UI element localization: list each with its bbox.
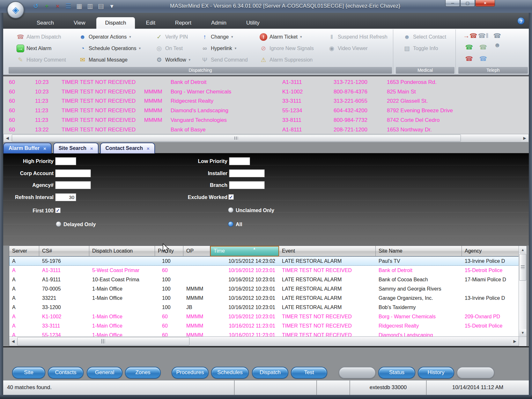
ribbon-button-manual-message[interactable]: ✉Manual Message	[76, 55, 130, 65]
column-header-server[interactable]: Server	[9, 246, 39, 256]
ignore-new-signals-icon: ⊘	[260, 45, 267, 52]
exclude-worked-checkbox[interactable]: ✓	[228, 194, 234, 200]
tab-site-search[interactable]: Site Search×	[53, 143, 99, 153]
scroll-left-icon[interactable]: ◀	[10, 337, 17, 345]
high-priority-input[interactable]	[55, 157, 76, 165]
history-button[interactable]: History	[418, 367, 454, 379]
column-header-label: Server	[12, 248, 27, 254]
delayed-only-radio[interactable]	[56, 221, 61, 227]
procedures-button[interactable]: Procedures	[172, 367, 209, 379]
ribbon-button-alarm-ticket[interactable]: !Alarm Ticket▾	[257, 32, 305, 42]
column-header-dispatch-location[interactable]: Dispatch Location	[89, 246, 155, 256]
hangup-call-icon[interactable]: ☎	[463, 54, 475, 63]
tab-alarm-buffer[interactable]: Alarm Buffer×	[3, 143, 52, 153]
installer-input[interactable]	[229, 169, 265, 177]
ribbon-button-workflow[interactable]: ⚙Workflow▾	[153, 55, 193, 65]
conference-call-icon[interactable]: ☎☻	[491, 31, 503, 41]
agency-number-input[interactable]	[55, 181, 91, 189]
close-icon[interactable]: ×	[90, 146, 93, 151]
grid-row[interactable]: A33-31111-Main Office60MMMM10/16/2012 11…	[9, 321, 519, 330]
ribbon-button-schedule-operations[interactable]: ◔Schedule Operations▾	[76, 43, 143, 53]
tab-contact-search[interactable]: Contact Search×	[100, 143, 155, 153]
scroll-right-icon[interactable]: ▶	[511, 337, 518, 345]
column-header-site-name[interactable]: Site Name	[376, 246, 462, 256]
alarm-buffer-row[interactable]: 6011:23TIMER TEST NOT RECEIVEDMMMMDiamon…	[3, 106, 529, 115]
minimize-button[interactable]: ─	[445, 0, 460, 7]
grid-row[interactable]: A332211-Main Office100MMMM10/16/2012 10:…	[9, 293, 519, 303]
scrollbar-thumb[interactable]	[17, 337, 189, 345]
contacts-button[interactable]: Contacts	[48, 367, 84, 379]
split-view-icon[interactable]: ▥	[86, 2, 94, 11]
grid-row[interactable]: A33-1200100JB10/16/2012 10:23:01LATE RES…	[9, 303, 519, 312]
close-button[interactable]: ×	[475, 0, 495, 7]
close-icon[interactable]: ×	[147, 146, 150, 151]
scrollbar-thumb[interactable]	[12, 135, 461, 142]
scrollbar-thumb[interactable]	[519, 254, 526, 281]
grid-row[interactable]: AA1-31115-West Coast Primar6010/16/2012 …	[9, 266, 519, 275]
menu-tab-edit[interactable]: Edit	[137, 17, 164, 29]
help-icon[interactable]: ?	[517, 17, 525, 25]
close-icon[interactable]: ×	[43, 146, 46, 151]
corp-account-input[interactable]	[55, 169, 91, 177]
delete-icon[interactable]: ×	[54, 2, 62, 11]
column-header-time[interactable]: Time▲	[210, 246, 279, 256]
scroll-right-icon[interactable]: ▶	[521, 135, 528, 142]
unclaimed-only-radio[interactable]	[228, 207, 233, 213]
dispatch-button[interactable]: Dispatch	[252, 367, 288, 379]
scroll-down-icon[interactable]: ▼	[519, 329, 526, 336]
maximize-restore-button[interactable]: ▢	[460, 0, 475, 7]
test-button[interactable]: Test	[291, 367, 327, 379]
alarm-buffer-row[interactable]: 6013:22TIMER TEST NOT RECEIVEDBank of Ba…	[3, 125, 529, 134]
call-contact-icon[interactable]: ☎	[477, 43, 489, 52]
alarm-buffer-row[interactable]: 6011:23TIMER TEST NOT RECEIVEDMMMMRidgec…	[3, 96, 529, 106]
column-header-agency[interactable]: Agency	[462, 246, 519, 256]
scroll-up-icon[interactable]: ▲	[519, 246, 526, 253]
alarm-buffer-row[interactable]: 6011:23TIMER TEST NOT RECEIVEDMMMMVangua…	[3, 115, 529, 125]
schedules-button[interactable]: Schedules	[211, 367, 249, 379]
grid-row[interactable]: A70-00051-Main Office100MMMM10/16/2012 1…	[9, 284, 519, 293]
grid-row-selected[interactable]: A55-197610010/15/2012 14:23:02LATE RESTO…	[9, 256, 519, 266]
grid-vscrollbar[interactable]: ▲ ▼	[519, 246, 527, 336]
answer-call-icon[interactable]: ☎	[463, 43, 475, 52]
grid-row[interactable]: AA1-911110-East Coast Prima10010/16/2012…	[9, 275, 519, 284]
grid-row[interactable]: AK1-10021-Main Office60MMMM10/16/2012 10…	[9, 312, 519, 321]
add-icon[interactable]: +	[43, 2, 51, 11]
ribbon-button-hyperlink[interactable]: ∞Hyperlink▾	[198, 43, 239, 53]
first-100-checkbox[interactable]: ✓	[55, 208, 61, 213]
ribbon-button-operator-actions[interactable]: ☻Operator Actions▾	[76, 32, 134, 42]
zones-button[interactable]: Zones	[125, 367, 161, 379]
menu-tab-search[interactable]: Search	[28, 17, 63, 29]
column-header-cs[interactable]: CS#	[39, 246, 89, 256]
grid-row[interactable]: A55-12341-Main Office60MMMM10/16/2012 11…	[9, 330, 519, 337]
ribbon-button-change[interactable]: ↑Change▾	[198, 32, 236, 42]
hold-call-icon[interactable]: ☎‖	[477, 31, 489, 41]
refresh-icon[interactable]: ↺	[32, 2, 40, 11]
alarm-buffer-hscrollbar[interactable]: ◀ ▶	[3, 134, 529, 142]
scroll-left-icon[interactable]: ◀	[4, 135, 11, 142]
layout-icon[interactable]: ▤	[97, 2, 105, 11]
low-priority-input[interactable]	[229, 157, 250, 165]
ribbon-button-next-alarm[interactable]: →Next Alarm	[14, 43, 54, 53]
database-icon[interactable]: ☰	[64, 2, 72, 11]
grid-hscrollbar[interactable]: ◀ ▶	[9, 336, 519, 346]
all-radio[interactable]	[228, 221, 233, 227]
column-header-op[interactable]: OP	[183, 246, 210, 256]
general-button[interactable]: General	[87, 367, 122, 379]
site-button[interactable]: Site	[12, 367, 45, 379]
more-options-icon[interactable]: ▾	[108, 2, 116, 11]
alarm-buffer-row[interactable]: 6010:23TIMER TEST NOT RECEIVEDBank of De…	[3, 78, 529, 87]
alarm-buffer-row[interactable]: 6010:23TIMER TEST NOT RECEIVEDMMMMBorg -…	[3, 87, 529, 96]
menu-tab-dispatch[interactable]: Dispatch	[96, 17, 135, 29]
column-header-event[interactable]: Event	[279, 246, 376, 256]
transfer-call-icon[interactable]: →☎	[463, 31, 475, 41]
refresh-interval-input[interactable]	[55, 193, 76, 201]
application-menu-button[interactable]: ◈	[7, 1, 24, 18]
menu-tab-view[interactable]: View	[65, 17, 94, 29]
menu-tab-utility[interactable]: Utility	[238, 17, 268, 29]
status-button[interactable]: Status	[378, 367, 415, 379]
redial-call-icon[interactable]: ☎	[477, 54, 489, 63]
menu-tab-admin[interactable]: Admin	[203, 17, 235, 29]
branch-input[interactable]	[229, 181, 265, 189]
menu-tab-report[interactable]: Report	[166, 17, 200, 29]
print-icon[interactable]: ▦	[75, 2, 83, 11]
